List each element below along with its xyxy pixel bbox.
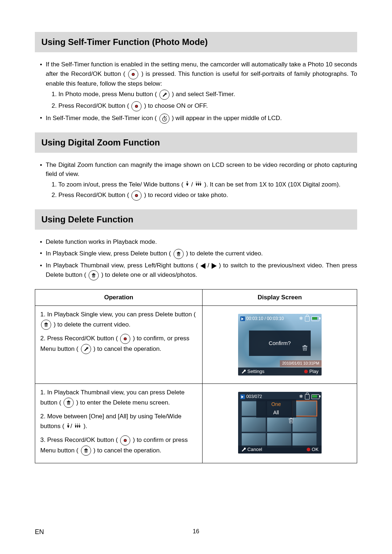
section-title-zoom: Using Digital Zoom Function (35, 132, 357, 153)
play-icon (240, 316, 245, 321)
text: 2. Move between [One] and [All] by using… (40, 413, 181, 430)
lcd-ok-label: OK (312, 446, 319, 453)
record-dot-icon (307, 448, 310, 451)
list-item: 3. Press Record/OK button ( ) to confirm… (40, 435, 197, 456)
text: ) will appear in the upper middle of LCD… (172, 115, 282, 122)
list-item: 1. In Photo mode, press Menu button ( ) … (52, 90, 357, 100)
delete-trash-icon (89, 270, 99, 280)
lcd-settings-label: Settings (248, 368, 265, 375)
text: 1. In Playback Single view, you can pres… (40, 311, 196, 318)
text: ) to cancel the operation. (93, 447, 161, 454)
text: 1. To zoom in/out, press the Tele/ Wide … (52, 181, 185, 188)
table-row: 1. In Playback Single view, you can pres… (35, 306, 357, 384)
text: In Playback Single view, press Delete bu… (46, 250, 173, 257)
text: ). (83, 423, 87, 430)
play-icon (240, 394, 245, 399)
text: In Playback Thumbnail view, press Left/R… (46, 262, 200, 269)
lcd-cancel-label: Cancel (248, 446, 262, 453)
record-ok-icon (120, 334, 130, 344)
selftimer-icon (159, 114, 170, 124)
text: ) and select Self-Timer. (172, 91, 235, 98)
text: 2. Press Record/OK button ( (40, 335, 119, 342)
delete-trash-icon (41, 320, 51, 330)
lock-icon (305, 394, 310, 399)
delete-trash-icon (81, 446, 91, 456)
snowflake-icon: ❄ (299, 393, 303, 400)
delete-bullet-2: In Playback Single view, press Delete bu… (40, 249, 357, 259)
right-arrow-icon (212, 263, 217, 269)
wrench-icon (241, 447, 246, 452)
text: ) to delete the current video. (54, 321, 131, 328)
svg-line-5 (166, 116, 167, 117)
list-item: 2. Press Record/OK button ( ) to confirm… (40, 333, 197, 354)
lock-icon (305, 316, 310, 321)
section-title-delete: Using Delete Function (35, 209, 357, 230)
trash-icon (288, 417, 294, 426)
text: ) to cancel the operation. (93, 345, 161, 352)
lcd-screen-confirm: 00:03:10 / 00:03:10 ❄ Confirm? (238, 314, 322, 376)
record-ok-icon (131, 101, 142, 111)
menu-item-one: One (259, 401, 293, 408)
list-item: 2. Press Record/OK button ( ) to choose … (52, 101, 357, 111)
svg-line-4 (164, 119, 166, 120)
text: The Digital Zoom function can magnify th… (46, 161, 357, 177)
footer-lang: EN (35, 528, 44, 536)
list-item: 1. In Playback Thumbnail view, you can p… (40, 387, 197, 408)
col-screen: Display Screen (203, 289, 357, 306)
tele-icon (66, 422, 70, 431)
text: ) to delete the current video. (186, 250, 263, 257)
operation-table: Operation Display Screen 1. In Playback … (35, 289, 357, 464)
text: ) to record video or take photo. (144, 192, 228, 199)
col-operation: Operation (35, 289, 203, 306)
record-ok-icon (120, 435, 130, 446)
menu-wrench-icon (159, 90, 170, 100)
table-row: 1. In Playback Thumbnail view, you can p… (35, 384, 357, 463)
record-dot-icon (304, 370, 308, 373)
footer-page-number: 16 (44, 528, 348, 536)
lcd-date: 2010/01/01 10:31PM (280, 360, 321, 367)
menu-wrench-icon (81, 344, 91, 354)
list-item: 2. Move between [One] and [All] by using… (40, 411, 197, 431)
selftimer-bullet-2: In Self-Timer mode, the Self-Timer icon … (40, 114, 357, 124)
wide-icon (74, 422, 82, 431)
delete-bullet-3: In Playback Thumbnail view, press Left/R… (40, 261, 357, 280)
selftimer-bullet-1: If the Self-Timer function is enabled in… (40, 60, 357, 111)
tele-icon (185, 180, 189, 189)
wide-icon (195, 180, 203, 189)
confirm-label: Confirm? (269, 339, 291, 347)
wrench-icon (241, 369, 246, 374)
trash-icon (302, 345, 308, 353)
section-title-selftimer: Using Self-Timer Function (Photo Mode) (35, 32, 357, 52)
lcd-play-label: Play (309, 368, 318, 375)
list-item: 1. In Playback Single view, you can pres… (40, 309, 197, 330)
delete-menu-overlay: One All (256, 399, 296, 418)
battery-icon (311, 394, 319, 399)
text: 3. Press Record/OK button ( (40, 436, 119, 443)
delete-trash-icon (173, 249, 184, 259)
delete-bullet-1: Delete function works in Playback mode. (40, 238, 357, 247)
text: 2. Press Record/OK button ( (52, 192, 131, 199)
battery-icon (311, 316, 319, 321)
text: ) to delete one or all videos/photos. (101, 271, 197, 278)
text: 2. Press Record/OK button ( (52, 103, 131, 110)
record-ok-icon (131, 190, 142, 201)
menu-item-all: All (259, 409, 293, 416)
list-item: 2. Press Record/OK button ( ) to record … (52, 190, 357, 201)
snowflake-icon: ❄ (299, 315, 303, 322)
lcd-screen-thumbnail: 003/072 ❄ One (238, 392, 322, 454)
zoom-bullet: The Digital Zoom function can magnify th… (40, 161, 357, 201)
list-item: 1. To zoom in/out, press the Tele/ Wide … (52, 180, 357, 189)
svg-rect-1 (164, 116, 165, 117)
text: ) to enter the Delete menu screen. (76, 399, 170, 406)
left-arrow-icon (200, 263, 205, 269)
record-ok-icon (128, 69, 138, 79)
text: ) to choose ON or OFF. (144, 103, 208, 110)
text: ). It can be set from 1X to 10X (10X Dig… (204, 181, 340, 188)
delete-trash-icon (64, 398, 74, 408)
text: In Self-Timer mode, the Self-Timer icon … (46, 115, 159, 122)
lcd-time: 00:03:10 / 00:03:10 (246, 316, 284, 322)
text: 1. In Photo mode, press Menu button ( (52, 91, 159, 98)
